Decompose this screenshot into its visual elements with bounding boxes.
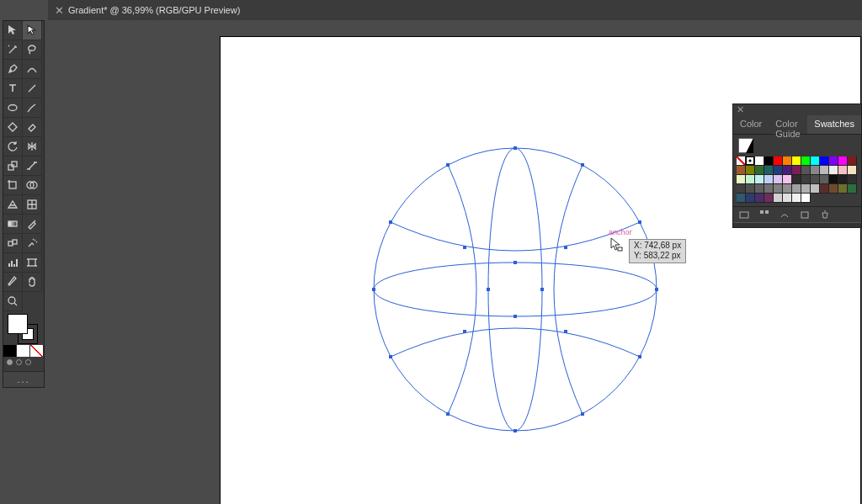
- hand-tool[interactable]: [23, 273, 42, 292]
- swatch[interactable]: [774, 157, 783, 166]
- eyedropper-tool[interactable]: [23, 215, 42, 234]
- current-fill-stroke-icon[interactable]: [738, 138, 753, 153]
- swatch[interactable]: [811, 157, 820, 166]
- swatch[interactable]: [811, 184, 820, 194]
- swatch[interactable]: [783, 157, 792, 166]
- swatch[interactable]: [755, 166, 764, 175]
- swatch[interactable]: [764, 166, 774, 175]
- swatch[interactable]: [801, 184, 811, 194]
- swatch[interactable]: [764, 175, 774, 184]
- swatch[interactable]: [764, 194, 774, 203]
- swatch[interactable]: [737, 175, 746, 184]
- draw-mode-dots[interactable]: [3, 357, 44, 368]
- swatch[interactable]: [783, 175, 792, 184]
- paintbrush-tool[interactable]: [23, 98, 42, 118]
- scale-tool[interactable]: [3, 157, 23, 176]
- direct-selection-tool[interactable]: [23, 21, 42, 40]
- swatch[interactable]: [755, 194, 764, 203]
- swatch[interactable]: [848, 157, 857, 166]
- swatch[interactable]: [848, 184, 857, 194]
- blend-tool[interactable]: [3, 234, 23, 253]
- swatch[interactable]: [764, 184, 774, 194]
- swatch[interactable]: [838, 184, 848, 194]
- swatch[interactable]: [820, 175, 829, 184]
- swatch[interactable]: [829, 157, 838, 166]
- fill-stroke-indicator[interactable]: [3, 311, 44, 345]
- swatch[interactable]: [746, 194, 755, 203]
- swatch-libraries-icon[interactable]: [738, 209, 750, 220]
- swatch[interactable]: [792, 166, 801, 175]
- swatch[interactable]: [838, 157, 848, 166]
- gradient-mode[interactable]: [17, 345, 30, 357]
- edit-toolbar-button[interactable]: ...: [3, 371, 44, 387]
- selection-tool[interactable]: [3, 21, 23, 40]
- fill-swatch[interactable]: [8, 314, 28, 334]
- swatch[interactable]: [764, 157, 774, 166]
- swatch[interactable]: [801, 194, 811, 203]
- swatch[interactable]: [774, 184, 783, 194]
- lasso-tool[interactable]: [23, 40, 42, 60]
- line-tool[interactable]: [23, 79, 42, 98]
- zoom-tool[interactable]: [3, 292, 23, 311]
- swatch[interactable]: [829, 166, 838, 175]
- reflect-tool[interactable]: [23, 137, 42, 157]
- swatch[interactable]: [820, 184, 829, 194]
- swatch[interactable]: [792, 157, 801, 166]
- shaper-tool[interactable]: [3, 118, 23, 137]
- swatch[interactable]: [774, 175, 783, 184]
- magic-wand-tool[interactable]: [3, 40, 23, 60]
- artboard-tool[interactable]: [23, 253, 42, 273]
- pen-tool[interactable]: [3, 60, 23, 79]
- eraser-tool[interactable]: [23, 118, 42, 137]
- swatch[interactable]: [792, 194, 801, 203]
- symbol-sprayer-tool[interactable]: [23, 234, 42, 253]
- swatch[interactable]: [774, 194, 783, 203]
- tab-color-guide[interactable]: Color Guide: [769, 115, 807, 134]
- swatch[interactable]: [838, 166, 848, 175]
- tab-color[interactable]: Color: [733, 115, 769, 134]
- free-transform-tool[interactable]: [3, 176, 23, 195]
- perspective-grid-tool[interactable]: [3, 195, 23, 215]
- swatch-options-icon[interactable]: [779, 209, 790, 220]
- new-swatch-icon[interactable]: [799, 209, 811, 220]
- rotate-tool[interactable]: [3, 137, 23, 157]
- swatch[interactable]: [848, 175, 857, 184]
- swatch[interactable]: [755, 184, 764, 194]
- swatch[interactable]: [755, 157, 764, 166]
- close-tab-icon[interactable]: ✕: [51, 4, 67, 17]
- panel-resize-grip[interactable]: [733, 222, 861, 227]
- curvature-tool[interactable]: [23, 60, 42, 79]
- swatch[interactable]: [737, 184, 746, 194]
- document-tab-title[interactable]: Gradient* @ 36,99% (RGB/GPU Preview): [67, 5, 248, 15]
- swatch[interactable]: [746, 175, 755, 184]
- swatch[interactable]: [838, 175, 848, 184]
- swatch[interactable]: [801, 175, 811, 184]
- color-mode[interactable]: [3, 345, 17, 357]
- swatch[interactable]: [774, 166, 783, 175]
- swatch[interactable]: [783, 166, 792, 175]
- swatch[interactable]: [811, 175, 820, 184]
- shape-builder-tool[interactable]: [23, 176, 42, 195]
- swatch[interactable]: [746, 184, 755, 194]
- show-swatch-kinds-icon[interactable]: [758, 209, 770, 220]
- swatch[interactable]: [755, 175, 764, 184]
- type-tool[interactable]: [3, 79, 23, 98]
- delete-swatch-icon[interactable]: [819, 209, 831, 220]
- none-mode[interactable]: [30, 345, 44, 357]
- swatch[interactable]: [737, 157, 746, 166]
- swatch[interactable]: [829, 184, 838, 194]
- swatch[interactable]: [820, 166, 829, 175]
- swatch[interactable]: [783, 184, 792, 194]
- slice-tool[interactable]: [3, 273, 23, 292]
- swatch[interactable]: [792, 175, 801, 184]
- swatch[interactable]: [801, 157, 811, 166]
- width-tool[interactable]: [23, 157, 42, 176]
- gradient-tool[interactable]: [3, 215, 23, 234]
- swatch[interactable]: [811, 166, 820, 175]
- tab-swatches[interactable]: Swatches: [807, 115, 861, 134]
- swatch[interactable]: [820, 157, 829, 166]
- swatch[interactable]: [848, 166, 857, 175]
- swatch[interactable]: [792, 184, 801, 194]
- swatch[interactable]: [737, 194, 746, 203]
- swatch[interactable]: [746, 166, 755, 175]
